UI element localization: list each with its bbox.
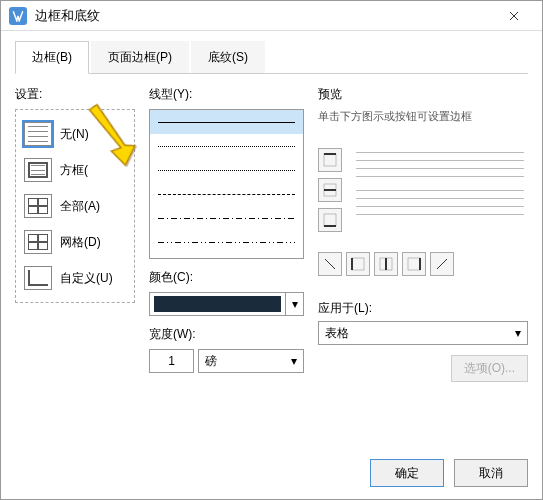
preview-area <box>318 148 528 232</box>
setting-grid[interactable]: 网格(D) <box>20 224 130 260</box>
custom-icon <box>24 266 52 290</box>
applyto-select[interactable]: 表格 ▾ <box>318 321 528 345</box>
box-icon <box>24 158 52 182</box>
width-label: 宽度(W): <box>149 326 304 343</box>
linetype-dashdotdot[interactable] <box>150 230 303 254</box>
linetype-dotted[interactable] <box>150 134 303 158</box>
tab-shading[interactable]: 底纹(S) <box>191 41 265 73</box>
titlebar: 边框和底纹 <box>1 1 542 31</box>
preview-hint: 单击下方图示或按钮可设置边框 <box>318 109 528 124</box>
setting-box[interactable]: 方框( <box>20 152 130 188</box>
svg-rect-11 <box>408 258 420 270</box>
settings-list: 无(N) 方框( 全部(A) 网格(D) <box>15 109 135 303</box>
preview-right-border-button[interactable] <box>402 252 426 276</box>
linetype-solid[interactable] <box>150 110 303 134</box>
setting-custom[interactable]: 自定义(U) <box>20 260 130 296</box>
preview-top-border-button[interactable] <box>318 148 342 172</box>
svg-rect-0 <box>324 154 336 166</box>
settings-label: 设置: <box>15 86 135 103</box>
setting-label: 无(N) <box>60 126 89 143</box>
grid-icon <box>24 230 52 254</box>
options-button: 选项(O)... <box>451 355 528 382</box>
color-label: 颜色(C): <box>149 269 304 286</box>
color-swatch <box>154 296 281 312</box>
linetype-dashdot[interactable] <box>150 206 303 230</box>
cancel-button[interactable]: 取消 <box>454 459 528 487</box>
close-icon <box>509 11 519 21</box>
chevron-down-icon: ▾ <box>285 293 303 315</box>
linetype-dashed[interactable] <box>150 182 303 206</box>
close-button[interactable] <box>494 1 534 31</box>
none-icon <box>24 122 52 146</box>
setting-label: 全部(A) <box>60 198 100 215</box>
chevron-down-icon: ▾ <box>291 354 297 368</box>
ok-button[interactable]: 确定 <box>370 459 444 487</box>
tabs: 边框(B) 页面边框(P) 底纹(S) <box>15 41 528 74</box>
preview-diag-down-button[interactable] <box>318 252 342 276</box>
dialog-footer: 确定 取消 <box>370 459 528 487</box>
svg-rect-4 <box>324 214 336 226</box>
linetype-label: 线型(Y): <box>149 86 304 103</box>
all-icon <box>24 194 52 218</box>
tab-border[interactable]: 边框(B) <box>15 41 89 74</box>
setting-label: 方框( <box>60 162 88 179</box>
linetype-dashed-fine[interactable] <box>150 158 303 182</box>
linetype-listbox[interactable] <box>149 109 304 259</box>
color-picker[interactable]: ▾ <box>149 292 304 316</box>
preview-bottom-border-button[interactable] <box>318 208 342 232</box>
preview-diag-up-button[interactable] <box>430 252 454 276</box>
preview-vmiddle-border-button[interactable] <box>374 252 398 276</box>
svg-line-6 <box>325 259 335 269</box>
preview-hmiddle-border-button[interactable] <box>318 178 342 202</box>
svg-line-13 <box>437 259 447 269</box>
applyto-label: 应用于(L): <box>318 301 372 315</box>
preview-document[interactable] <box>352 148 528 232</box>
window-title: 边框和底纹 <box>35 7 494 25</box>
dialog-window: 边框和底纹 边框(B) 页面边框(P) 底纹(S) 设置: 无(N) <box>0 0 543 500</box>
setting-label: 自定义(U) <box>60 270 113 287</box>
app-icon <box>9 7 27 25</box>
svg-rect-7 <box>352 258 364 270</box>
preview-left-border-button[interactable] <box>346 252 370 276</box>
width-input[interactable]: 1 <box>149 349 194 373</box>
setting-all[interactable]: 全部(A) <box>20 188 130 224</box>
chevron-down-icon: ▾ <box>515 326 521 340</box>
setting-label: 网格(D) <box>60 234 101 251</box>
preview-label: 预览 <box>318 86 528 103</box>
tab-page-border[interactable]: 页面边框(P) <box>91 41 189 73</box>
setting-none[interactable]: 无(N) <box>20 116 130 152</box>
width-unit-select[interactable]: 磅 ▾ <box>198 349 304 373</box>
